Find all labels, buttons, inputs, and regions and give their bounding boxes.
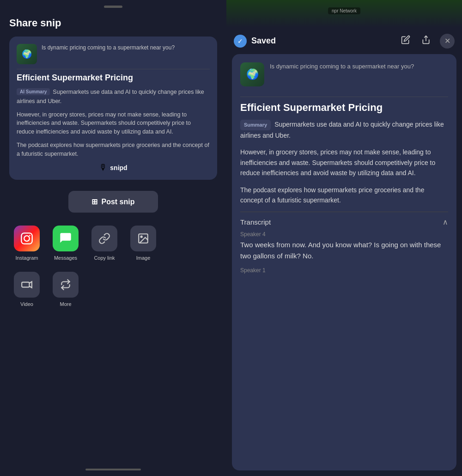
messages-label: Messages: [54, 255, 77, 261]
snip-header-text-right: Is dynamic pricing coming to a supermark…: [270, 62, 448, 71]
ai-badge: AI Summary: [17, 88, 50, 95]
right-top-bg: npr Network: [226, 0, 462, 28]
svg-rect-5: [22, 282, 29, 287]
right-summary-text: Supermarkets use data and AI to quickly …: [240, 121, 444, 139]
post-snip-button[interactable]: ⊞ Post snip: [68, 191, 158, 213]
svg-point-2: [29, 235, 30, 236]
snipd-text: snipd: [110, 164, 127, 171]
edit-button[interactable]: [399, 33, 412, 49]
right-panel: npr Network ✓ Saved ✕ 🌍 Is dynamic prici…: [226, 0, 462, 476]
video-icon: [14, 272, 40, 298]
share-title: Share snip: [9, 17, 61, 29]
snip-card-left: 🌍 Is dynamic pricing coming to a superma…: [9, 37, 217, 180]
snip-header-text-left: Is dynamic pricing coming to a supermark…: [42, 44, 210, 52]
snip-summary-line-left: AI SummarySupermarkets use data and AI t…: [17, 87, 210, 106]
copy-link-icon: [91, 226, 117, 251]
snip-card-right: 🌍 Is dynamic pricing coming to a superma…: [232, 54, 456, 470]
right-content: 🌍 Is dynamic pricing coming to a superma…: [226, 54, 462, 476]
saved-text: Saved: [251, 36, 395, 46]
snip-card-title-right: Efficient Supermarket Pricing: [240, 102, 448, 114]
more-label: More: [60, 301, 71, 307]
instagram-icon: [14, 226, 40, 251]
snip-card-header: 🌍 Is dynamic pricing coming to a superma…: [17, 44, 210, 64]
transcript-text1: Two weeks from now. And you know what? I…: [240, 239, 448, 262]
saved-check-icon: ✓: [234, 35, 247, 48]
image-icon: [130, 226, 156, 251]
share-copy-link[interactable]: Copy link: [91, 226, 117, 261]
snip-body2-left: The podcast explores how supermarkets pr…: [17, 141, 210, 159]
summary-badge: Summary: [240, 120, 271, 131]
speaker1-label: Speaker 4: [240, 231, 448, 238]
transcript-title: Transcript: [240, 218, 271, 226]
snip-card-title-left: Efficient Supermarket Pricing: [17, 73, 210, 83]
snip-divider-right: [240, 97, 448, 97]
npr-badge: npr Network: [328, 7, 360, 14]
snip-card-right-header: 🌍 Is dynamic pricing coming to a superma…: [240, 62, 448, 86]
video-label: Video: [20, 301, 33, 307]
post-snip-label: Post snip: [101, 198, 134, 206]
image-label: Image: [136, 255, 151, 261]
bottom-bar-left: [85, 469, 141, 470]
saved-actions: ✕: [399, 33, 455, 49]
right-body2: The podcast explores how supermarkets pr…: [240, 185, 448, 206]
plus-icon: ⊞: [91, 197, 97, 206]
left-panel: Share snip 🌍 Is dynamic pricing coming t…: [0, 0, 226, 476]
svg-point-4: [141, 236, 142, 238]
podcast-icon-left: 🌍: [17, 44, 37, 64]
saved-bar: ✓ Saved ✕: [226, 28, 462, 54]
share-image[interactable]: Image: [130, 226, 156, 261]
speaker2-label: Speaker 1: [240, 267, 448, 274]
share-button[interactable]: [419, 33, 432, 49]
transcript-chevron-icon: ∧: [443, 218, 448, 226]
close-button[interactable]: ✕: [440, 34, 455, 49]
snip-body1-left: However, in grocery stores, prices may n…: [17, 110, 210, 136]
instagram-label: Instagram: [16, 255, 38, 261]
share-more[interactable]: More: [53, 272, 79, 307]
share-messages[interactable]: Messages: [53, 226, 79, 261]
right-body1: However, in grocery stores, prices may n…: [240, 147, 448, 178]
podcast-icon-right: 🌍: [240, 62, 264, 86]
messages-icon: [53, 226, 79, 251]
snip-branding: 🎙 snipd: [17, 163, 210, 172]
snip-divider-left: [17, 69, 210, 69]
share-icons-row2: Video More: [9, 272, 217, 307]
drag-handle: [104, 6, 122, 8]
more-icon: [53, 272, 79, 298]
snipd-logo-icon: 🎙: [99, 163, 107, 172]
share-instagram[interactable]: Instagram: [14, 226, 40, 261]
svg-point-1: [24, 236, 30, 241]
transcript-header[interactable]: Transcript ∧: [240, 212, 448, 231]
copy-link-label: Copy link: [94, 255, 115, 261]
svg-rect-0: [21, 233, 32, 244]
share-icons-row1: Instagram Messages Copy link Image: [9, 226, 217, 261]
share-video[interactable]: Video: [14, 272, 40, 307]
right-summary-block: SummarySupermarkets use data and AI to q…: [240, 119, 448, 140]
